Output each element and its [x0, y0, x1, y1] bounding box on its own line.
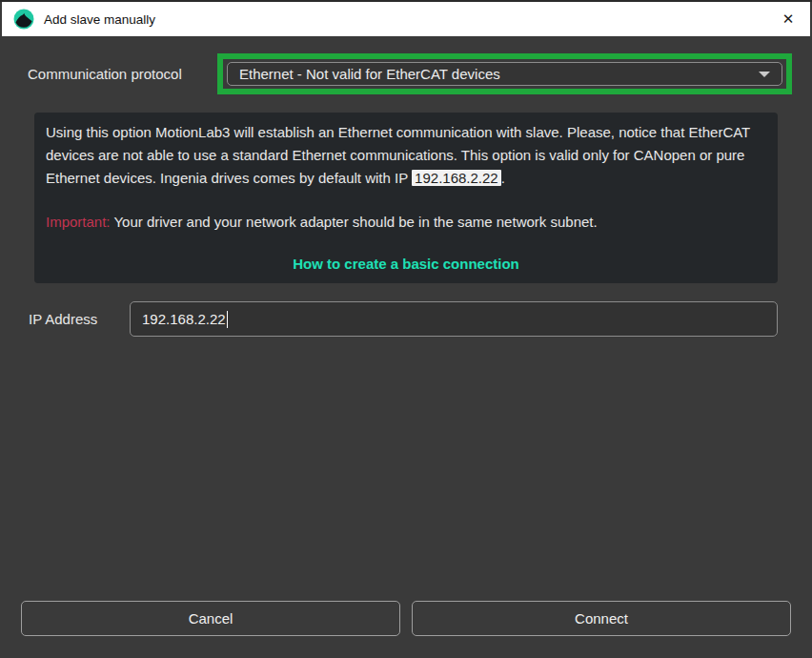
- text-caret: [227, 311, 228, 328]
- important-text: Your driver and your network adapter sho…: [111, 214, 598, 230]
- info-text: Using this option MotionLab3 will establ…: [46, 124, 750, 186]
- communication-protocol-value: Ethernet - Not valid for EtherCAT device…: [239, 66, 500, 82]
- info-text-end: .: [501, 170, 505, 186]
- ip-address-input[interactable]: 192.168.2.22: [130, 301, 778, 337]
- info-panel: Using this option MotionLab3 will establ…: [34, 113, 778, 283]
- tutorial-highlight-frame: Ethernet - Not valid for EtherCAT device…: [217, 53, 792, 94]
- ip-address-value: 192.168.2.22: [142, 311, 226, 327]
- ip-address-label: IP Address: [29, 301, 97, 337]
- window-title: Add slave manually: [44, 12, 155, 27]
- connect-button[interactable]: Connect: [412, 601, 791, 636]
- chevron-down-icon: [759, 72, 770, 77]
- how-to-create-basic-connection-link[interactable]: How to create a basic connection: [46, 253, 766, 276]
- add-slave-dialog: Add slave manually ✕ Communication proto…: [0, 0, 812, 658]
- cancel-button[interactable]: Cancel: [21, 601, 400, 636]
- communication-protocol-label: Communication protocol: [28, 54, 182, 94]
- important-label: Important:: [46, 214, 111, 230]
- motionlab3-logo-icon: [13, 9, 34, 30]
- important-note: Important: Your driver and your network …: [46, 211, 766, 234]
- communication-protocol-dropdown[interactable]: Ethernet - Not valid for EtherCAT device…: [227, 62, 782, 86]
- default-ip-highlight: 192.168.2.22: [412, 170, 501, 186]
- info-paragraph: Using this option MotionLab3 will establ…: [46, 121, 766, 190]
- titlebar[interactable]: Add slave manually ✕: [2, 2, 810, 36]
- close-icon[interactable]: ✕: [766, 2, 810, 36]
